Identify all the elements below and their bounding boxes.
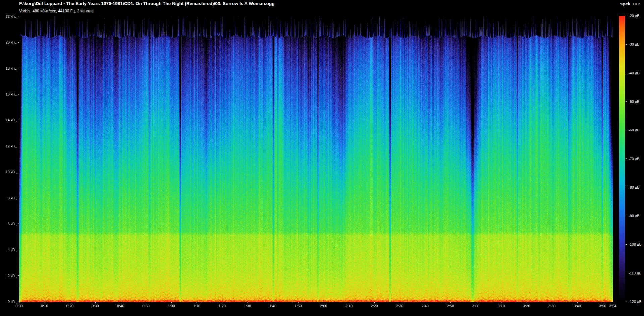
time-axis-label: 1:20 [215, 304, 229, 308]
freq-axis-tick [18, 275, 19, 276]
db-axis-tick [626, 216, 627, 216]
db-axis-label: -70 дБ [629, 157, 640, 161]
freq-axis-tick [18, 146, 19, 146]
time-axis-tick [273, 302, 273, 303]
time-axis-tick [527, 302, 527, 303]
time-axis-tick [324, 302, 324, 303]
time-axis-label: 2:40 [418, 304, 432, 308]
time-axis-label: 0:20 [63, 304, 76, 308]
time-axis-label: 3:20 [520, 304, 533, 308]
time-axis-tick [45, 302, 45, 303]
time-axis-tick [146, 302, 146, 303]
time-axis-label: 1:30 [241, 304, 254, 308]
freq-axis-tick [18, 250, 19, 250]
db-axis-tick [626, 302, 627, 302]
time-axis-tick [374, 302, 375, 303]
freq-axis-label: 2 кГц [0, 274, 16, 278]
db-axis-label: -80 дБ [629, 185, 640, 189]
time-axis-tick [171, 302, 172, 303]
db-axis-tick [626, 130, 627, 130]
db-axis-tick [626, 16, 627, 16]
db-axis-label: -90 дБ [629, 214, 640, 218]
time-axis-tick [349, 302, 349, 303]
db-axis-tick [626, 101, 627, 102]
time-axis-tick [70, 302, 70, 303]
db-axis-label: -40 дБ [629, 71, 640, 75]
db-axis-tick [626, 273, 627, 273]
db-axis-label: -120 дБ [629, 300, 642, 304]
time-axis-tick [613, 302, 613, 303]
freq-axis-label: 12 кГц [0, 144, 16, 148]
file-path-title: F:\korg\Def Leppard - The Early Years 19… [19, 1, 274, 6]
time-axis-label: 1:10 [190, 304, 203, 308]
db-axis-tick [626, 44, 627, 45]
time-axis-label: 2:30 [393, 304, 407, 308]
db-axis-tick [626, 73, 627, 73]
spectrogram-canvas [19, 16, 613, 302]
time-axis-label: 3:10 [494, 304, 508, 308]
db-axis-tick [626, 244, 627, 245]
freq-axis-label: 18 кГц [0, 66, 16, 70]
time-axis-label: 3:40 [571, 304, 584, 308]
freq-axis-label: 22 кГц [0, 14, 16, 18]
stream-info: Vorbis, 480 кбит/сек, 44100 Гц, 2 канала [19, 9, 94, 13]
time-axis-tick [425, 302, 425, 303]
freq-axis-tick [18, 94, 19, 94]
freq-axis-label: 0 кГц [0, 300, 16, 304]
time-axis-tick [577, 302, 578, 303]
time-axis-label: 3:00 [469, 304, 483, 308]
time-axis-tick [552, 302, 552, 303]
freq-axis-label: 16 кГц [0, 92, 16, 96]
freq-axis-label: 20 кГц [0, 40, 16, 44]
db-axis-label: -30 дБ [629, 42, 640, 46]
time-axis-tick [450, 302, 451, 303]
time-axis-tick [121, 302, 121, 303]
time-axis-tick [222, 302, 222, 303]
freq-axis-tick [18, 68, 19, 68]
time-axis-label: 1:40 [266, 304, 279, 308]
time-axis-label: 0:30 [89, 304, 102, 308]
time-axis-tick [476, 302, 476, 303]
freq-axis-tick [18, 172, 19, 172]
time-axis-label: 2:10 [342, 304, 356, 308]
db-axis-label: -60 дБ [629, 128, 640, 132]
time-axis-label: 3:54 [606, 304, 620, 308]
freq-axis-label: 10 кГц [0, 170, 16, 174]
time-axis-tick [298, 302, 299, 303]
freq-axis-label: 14 кГц [0, 118, 16, 122]
time-axis-tick [248, 302, 248, 303]
db-axis-label: -100 дБ [629, 242, 642, 246]
time-axis-tick [400, 302, 400, 303]
spek-window: F:\korg\Def Leppard - The Early Years 19… [0, 0, 644, 316]
freq-axis-tick [18, 198, 19, 198]
freq-axis-tick [18, 224, 19, 224]
freq-axis-tick [18, 16, 19, 16]
time-axis-label: 0:00 [12, 304, 26, 308]
db-axis-tick [626, 159, 627, 159]
time-axis-tick [501, 302, 501, 303]
app-version: 0.8.2 [632, 2, 640, 6]
time-axis-label: 2:00 [317, 304, 330, 308]
time-axis-label: 0:10 [38, 304, 51, 308]
freq-axis-tick [18, 42, 19, 43]
freq-axis-tick [18, 120, 19, 120]
db-axis-label: -110 дБ [629, 271, 641, 275]
app-name: spek [620, 1, 631, 6]
time-axis-label: 2:50 [444, 304, 457, 308]
app-brand: spek 0.8.2 [620, 1, 640, 6]
time-axis-label: 1:00 [165, 304, 178, 308]
db-axis-label: -20 дБ [629, 14, 640, 18]
db-axis-label: -50 дБ [629, 100, 640, 104]
time-axis-tick [95, 302, 96, 303]
legend-colorbar [619, 16, 625, 302]
db-axis-tick [626, 187, 627, 187]
time-axis-tick [603, 302, 603, 303]
freq-axis-label: 4 кГц [0, 248, 16, 252]
time-axis-label: 0:40 [114, 304, 127, 308]
time-axis-tick [197, 302, 197, 303]
time-axis-label: 3:30 [545, 304, 558, 308]
freq-axis-label: 6 кГц [0, 222, 16, 226]
time-axis-label: 1:50 [291, 304, 305, 308]
freq-axis-label: 8 кГц [0, 196, 16, 200]
time-axis-tick [19, 302, 19, 303]
